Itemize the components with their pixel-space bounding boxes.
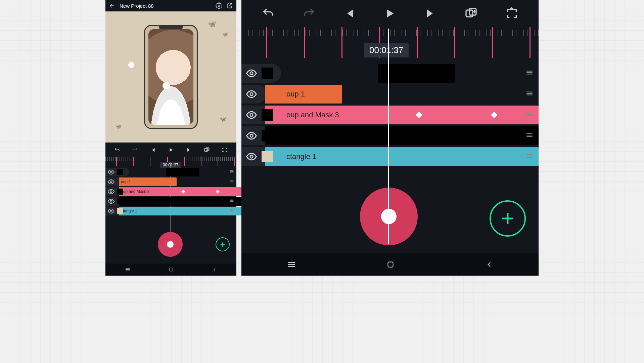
svg-point-11 (250, 72, 253, 75)
visibility-eye-icon[interactable] (105, 168, 117, 176)
track-row[interactable] (105, 168, 236, 176)
play-icon[interactable] (383, 7, 397, 20)
track-row[interactable]: oup 1 (241, 85, 539, 104)
visibility-eye-icon[interactable] (105, 178, 117, 186)
redo-icon[interactable] (132, 147, 138, 153)
track-row[interactable]: oup and Mask 3 (241, 106, 539, 124)
visibility-eye-icon[interactable] (241, 130, 262, 142)
drag-handle-icon[interactable] (229, 188, 234, 195)
visibility-eye-icon[interactable] (105, 188, 117, 195)
skip-start-icon[interactable] (150, 147, 156, 153)
track-label: oup and Mask 3 (268, 111, 339, 119)
butterfly-icon: 🦋 (222, 32, 228, 37)
drag-handle-icon[interactable] (525, 131, 534, 141)
svg-rect-16 (388, 262, 393, 267)
visibility-eye-icon[interactable] (105, 198, 117, 205)
track-swatch (262, 68, 273, 79)
topbar: New Project 88 (105, 0, 236, 11)
drag-handle-icon[interactable] (525, 89, 534, 99)
nav-back-icon[interactable] (485, 260, 494, 269)
android-nav (105, 264, 236, 276)
visibility-eye-icon[interactable] (241, 88, 262, 100)
track-swatch (262, 151, 273, 162)
time-indicator: 00:01:37 (364, 43, 409, 57)
track-label: oup 1 (268, 90, 305, 98)
drag-handle-icon[interactable] (525, 110, 534, 120)
redo-icon[interactable] (302, 7, 316, 20)
track-swatch (117, 169, 123, 175)
playhead[interactable] (388, 29, 389, 244)
track-clip[interactable]: ctangle 1 (265, 147, 539, 166)
settings-icon[interactable] (216, 2, 222, 9)
fullscreen-icon[interactable] (222, 147, 228, 153)
nav-home-icon[interactable] (169, 267, 174, 272)
nav-home-icon[interactable] (386, 260, 395, 269)
track-row[interactable]: ctangle 1 (241, 147, 539, 166)
skip-end-icon[interactable] (424, 7, 437, 20)
butterfly-icon: 🦋 (116, 124, 121, 129)
track-row[interactable]: oup and Mask 3 (105, 187, 236, 196)
track-label: oup and Mask 3 (121, 189, 149, 194)
fullscreen-icon[interactable] (505, 7, 518, 20)
project-title: New Project 88 (120, 3, 154, 9)
preview-canvas[interactable]: 🦋 🦋 🦋 🦋 (105, 11, 236, 143)
svg-point-12 (250, 93, 253, 96)
visibility-eye-icon[interactable] (105, 207, 117, 215)
particle-dot (128, 62, 134, 68)
visibility-eye-icon[interactable] (241, 68, 262, 79)
svg-point-0 (218, 5, 220, 7)
timeline-small: 00:01:37 oup 1oup and Mask 3ctangle 1 + (105, 143, 236, 264)
android-nav (241, 253, 539, 276)
visibility-eye-icon[interactable] (241, 109, 262, 121)
undo-icon[interactable] (114, 147, 120, 153)
phone-frame (144, 25, 198, 129)
svg-point-15 (250, 155, 253, 158)
track-row[interactable]: oup 1 (105, 177, 236, 186)
drag-handle-icon[interactable] (525, 152, 534, 162)
export-icon[interactable] (226, 2, 233, 9)
drag-handle-icon[interactable] (525, 68, 534, 79)
add-layer-button[interactable]: + (216, 237, 230, 251)
svg-point-6 (110, 200, 112, 202)
nav-back-icon[interactable] (212, 267, 217, 272)
track-swatch (262, 130, 273, 142)
track-label: oup 1 (121, 179, 131, 184)
butterfly-icon: 🦋 (220, 116, 226, 122)
back-icon[interactable] (109, 2, 116, 9)
butterfly-icon: 🦋 (208, 20, 216, 28)
record-button[interactable] (158, 232, 183, 257)
track-clip[interactable] (265, 126, 539, 145)
undo-icon[interactable] (262, 7, 275, 20)
track-row[interactable]: ctangle 1 (105, 207, 236, 215)
svg-point-13 (250, 114, 253, 117)
drag-handle-icon[interactable] (229, 178, 234, 185)
track-clip[interactable]: oup 1 (119, 177, 177, 186)
track-clip[interactable]: oup 1 (265, 85, 342, 104)
visibility-eye-icon[interactable] (241, 151, 262, 162)
nav-menu-icon[interactable] (286, 259, 296, 270)
track-row[interactable] (241, 126, 539, 145)
drag-handle-icon[interactable] (229, 198, 234, 205)
track-clip[interactable] (166, 168, 199, 176)
add-frame-icon[interactable] (204, 147, 210, 153)
drag-handle-icon[interactable] (229, 169, 234, 175)
track-row[interactable] (241, 64, 539, 83)
nav-menu-icon[interactable] (125, 267, 131, 273)
skip-start-icon[interactable] (343, 7, 356, 20)
track-clip[interactable] (378, 64, 455, 83)
track-swatch (117, 198, 123, 204)
svg-point-4 (110, 181, 112, 183)
particle-dot (163, 82, 170, 89)
drag-handle-icon[interactable] (229, 208, 234, 214)
add-frame-icon[interactable] (464, 7, 478, 20)
track-label: ctangle 1 (268, 152, 316, 161)
track-swatch (262, 109, 273, 121)
track-row[interactable] (105, 197, 236, 206)
skip-end-icon[interactable] (186, 147, 192, 153)
left-panel: New Project 88 🦋 🦋 🦋 🦋 (105, 0, 236, 276)
svg-point-7 (110, 210, 112, 212)
play-icon[interactable] (168, 147, 174, 153)
svg-point-3 (110, 171, 112, 173)
add-layer-button[interactable] (490, 200, 526, 237)
track-label: ctangle 1 (121, 209, 137, 213)
